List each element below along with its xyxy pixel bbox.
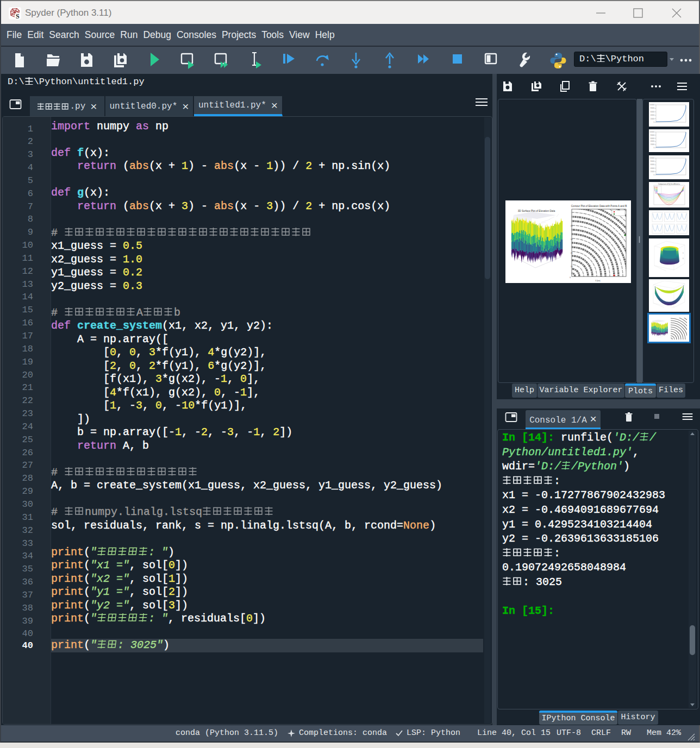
svg-text:40: 40: [571, 225, 573, 227]
svg-text:40000: 40000: [651, 167, 655, 169]
svg-text:10: 10: [571, 266, 573, 268]
svg-text:80000: 80000: [651, 134, 655, 136]
svg-text:100000: 100000: [649, 157, 654, 159]
svg-text:100000: 100000: [649, 104, 654, 106]
svg-text:100000: 100000: [649, 131, 654, 133]
svg-text:20000: 20000: [651, 171, 655, 173]
svg-text:X (km): X (km): [595, 280, 600, 282]
svg-text:60000: 60000: [651, 111, 655, 113]
svg-text:Comparison of f(x) for differe: Comparison of f(x) for different a: [658, 183, 680, 185]
svg-text:30: 30: [571, 238, 573, 241]
svg-text:Contour Plot of Elevation Data: Contour Plot of Elevation Data with Poin…: [571, 205, 627, 208]
svg-text:20000: 20000: [651, 118, 655, 120]
svg-text:0: 0: [570, 276, 571, 279]
svg-text:20: 20: [571, 252, 573, 254]
svg-text:80000: 80000: [651, 107, 655, 109]
svg-text:80000: 80000: [651, 160, 655, 162]
svg-text:20000: 20000: [651, 143, 655, 146]
svg-text:60000: 60000: [651, 164, 655, 166]
svg-text:3D Surface Plot of Elevation D: 3D Surface Plot of Elevation Data: [518, 210, 555, 212]
svg-text:40000: 40000: [651, 114, 655, 116]
svg-text:60000: 60000: [651, 137, 655, 140]
svg-text:40000: 40000: [651, 140, 655, 142]
svg-text:S: S: [16, 12, 20, 20]
